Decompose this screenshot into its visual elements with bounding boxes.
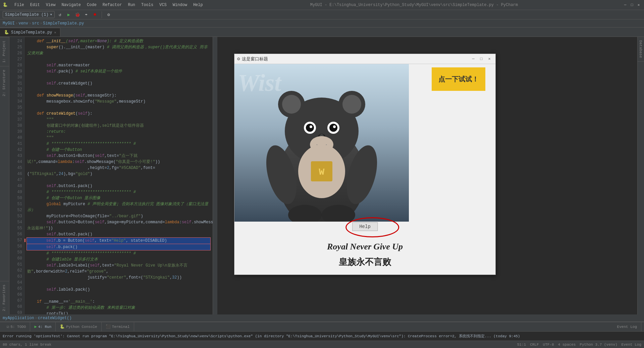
right-tab-database[interactable]: Database [638,37,644,62]
breakpoint-indicator [24,239,25,242]
svg-point-13 [333,125,336,128]
minimize-button[interactable]: ─ [623,2,628,8]
title-text: MyGUI - E:\Tsinghua_University\Python_St… [310,3,518,7]
run-config-label: SimpleTemplate (1) [5,12,49,17]
left-tab-project[interactable]: 1: Project [0,37,9,66]
code-line-24: def __init__(self,master=None): # 定义构造函数 [27,38,210,44]
stop-icon[interactable]: ■ [92,11,98,18]
code-line-43: ,height=2,fg="#5CADAD",font=("STXingkai"… [27,165,210,177]
menu-help[interactable]: Help [191,2,206,8]
close-button[interactable]: ✕ [636,2,641,8]
status-python: Python 3.7 (venv) [580,343,617,347]
code-line-63: root=Tk() [27,311,210,314]
breadcrumb-sep-2: › [29,21,31,26]
code-line-30: self.createWidget() [27,80,210,86]
code-line-54: # ********************************* # [27,250,210,256]
breadcrumb-method[interactable]: createWidget() [38,316,72,321]
breadcrumb-mygui[interactable]: MyGUI [3,21,15,26]
code-line-47: # 创建一个Button 显示图像 [27,195,210,201]
code-line-55: # 创建lable 显示多行文本 [27,256,210,263]
menu-edit[interactable]: Edit [28,2,43,8]
terminal-icon: ⬛ [106,324,111,329]
toolbar-sep-1 [102,11,102,18]
yellow-button[interactable]: 点一下试试！ [432,67,485,91]
bottom-tab-todo[interactable]: ☑ 5: TODO [3,322,30,332]
bear-image-area: Wist [234,64,409,222]
dropdown-arrow-icon: ▾ [50,12,52,17]
menu-file[interactable]: File [12,2,27,8]
code-line-32: def showMessage(self,messageStr): [27,93,210,99]
bottom-tab-terminal[interactable]: ⬛ Terminal [102,322,134,332]
rngu-english: Royal Never Give Up [234,242,495,252]
menu-vcs[interactable]: VCS [157,2,169,8]
code-line-62: # 第一步: 通过类的初始化函数 来构造窗口对象 [27,305,210,311]
bottom-tab-event-log[interactable]: Event Log [613,322,641,332]
code-line-27: self.master=master [27,62,210,68]
code-line-41: # 创建一个Button [27,147,210,153]
title-bar-left: 🐍 File Edit View Navigate Code Refactor … [3,2,206,8]
menu-navigate[interactable]: Navigate [59,2,84,8]
code-line-50: self.button2=Button(self,image=myPicture… [27,219,210,231]
tab-close-icon[interactable]: ✕ [54,31,56,35]
run-config-area: SimpleTemplate (1) ▾ ↺ ▶ 🐞 ☂ ■ ⚙ [3,11,112,18]
status-bar: 80 chars, 1 line break 51:1 CRLF UTF-8 4… [0,341,644,348]
breadcrumb-src[interactable]: src [32,21,39,26]
code-line-56: self.lable3=Label(self,text="Royal Never… [27,263,210,275]
error-text: Error running 'optionsTest': Cannot run … [3,334,520,339]
run-config-dropdown[interactable]: SimpleTemplate (1) ▾ [3,11,55,18]
menu-code[interactable]: Code [84,2,99,8]
rerun-icon[interactable]: ↺ [57,11,63,18]
editor-gutter [213,37,217,314]
menu-view[interactable]: View [43,2,58,8]
left-tab-structure[interactable]: 2: Structure [0,66,9,100]
tk-close-button[interactable]: ✕ [486,56,493,62]
code-line-44 [27,177,210,183]
code-line-45: self.button1.pack() [27,183,210,189]
bottom-tab-python-console[interactable]: 🐍 Python Console [56,322,101,332]
status-encoding: UTF-8 [543,343,554,347]
code-line-31 [27,86,210,93]
menu-refactor[interactable]: Refactor [100,2,125,8]
bear-svg: Wist [234,64,409,222]
python-console-label: Python Console [66,325,97,329]
svg-point-11 [329,124,337,132]
breadcrumb-venv[interactable]: venv [18,21,28,26]
tk-window-icon: ⚙ [237,56,240,62]
title-bar: 🐍 File Edit View Navigate Code Refactor … [0,0,644,10]
code-line-25: super().__init__(master) # 调用父类的构造器，supe… [27,44,210,56]
left-tab-favorites[interactable]: 2: Favorites [0,281,9,314]
bottom-tab-run[interactable]: ▶ 4: Run [30,322,56,332]
run-icon[interactable]: ▶ [65,11,72,18]
debug-icon[interactable]: 🐞 [74,11,81,18]
menu-window[interactable]: Window [170,2,190,8]
breadcrumb-class[interactable]: myApplication [3,316,34,321]
svg-point-12 [310,125,312,128]
svg-text:Wist: Wist [238,69,282,96]
tk-minimize-button[interactable]: ─ [470,56,477,62]
code-editor: 2425262728 2930313233 3435363738 3940414… [9,37,217,314]
code-line-52: self.b = Button(self, text="Help", state… [26,237,211,244]
menu-tools[interactable]: Tools [139,2,156,8]
code-line-46: # ********************************* # [27,189,210,195]
code-line-39: """ [27,135,210,141]
tk-maximize-button[interactable]: □ [478,56,485,62]
run-coverage-icon[interactable]: ☂ [83,11,90,18]
tab-simpletemplate[interactable]: 🐍 SimpleTemplate.py ✕ [0,28,60,37]
code-line-38: :return: [27,129,210,135]
status-event-log[interactable]: Event Log [622,343,641,347]
status-crlf: CRLF [530,343,539,347]
breadcrumb-file[interactable]: SimpleTemplate.py [43,21,84,26]
menu-run[interactable]: Run [125,2,138,8]
code-line-51: self.button2.pack() [27,231,210,237]
event-log-label: Event Log [617,325,637,329]
status-left: 80 chars, 1 line break [3,343,51,347]
tk-window-title: 这是窗口标题 [242,56,268,62]
error-bar: Error running 'optionsTest': Cannot run … [0,331,644,341]
maximize-button[interactable]: □ [629,2,635,8]
preview-panel: ⚙ 这是窗口标题 ─ □ ✕ 点一下试试！ [217,37,637,314]
settings-icon[interactable]: ⚙ [105,11,112,18]
code-line-35: def createWidget(self): [27,111,210,117]
code-line-58 [27,281,210,287]
tkinter-titlebar: ⚙ 这是窗口标题 ─ □ ✕ [234,54,495,64]
status-position: 51:1 [517,343,526,347]
